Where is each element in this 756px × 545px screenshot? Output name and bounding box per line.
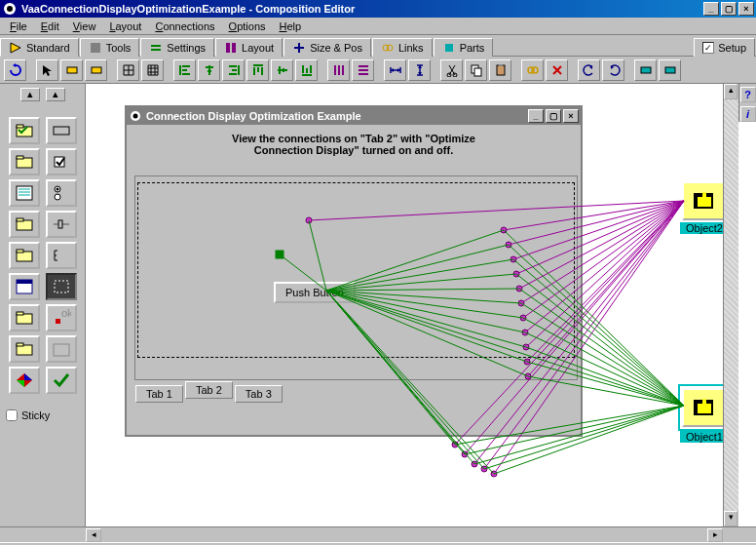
menu-layout[interactable]: Layout bbox=[103, 19, 147, 33]
setup-checkbox[interactable]: ✓ bbox=[702, 42, 714, 54]
svg-rect-44 bbox=[17, 280, 32, 284]
palette-folder-4[interactable] bbox=[9, 242, 40, 269]
palette-ok[interactable]: ok bbox=[46, 304, 77, 331]
svg-rect-3 bbox=[91, 43, 100, 53]
scroll-down-button[interactable]: ▾ bbox=[724, 511, 737, 526]
tab-settings[interactable]: Settings bbox=[140, 38, 214, 57]
design-tab-3[interactable]: Tab 3 bbox=[235, 385, 283, 403]
design-minimize-button[interactable]: _ bbox=[528, 109, 544, 123]
menu-connections[interactable]: Connections bbox=[149, 19, 220, 33]
menu-file[interactable]: File bbox=[4, 19, 33, 33]
palette-radio[interactable] bbox=[46, 179, 77, 207]
title-bar: VaaConnectionDisplayOptimizationExample … bbox=[0, 0, 756, 18]
sticky-checkbox[interactable] bbox=[6, 409, 18, 421]
design-maximize-button[interactable]: ▢ bbox=[546, 109, 561, 123]
pointer-button[interactable] bbox=[36, 59, 58, 81]
menu-help[interactable]: Help bbox=[274, 19, 308, 33]
size-v-button[interactable] bbox=[408, 59, 431, 81]
link-button[interactable] bbox=[521, 59, 544, 81]
palette-folder-2[interactable] bbox=[9, 148, 40, 175]
palette-slider[interactable] bbox=[46, 211, 77, 238]
distribute-h-button[interactable] bbox=[327, 59, 350, 81]
palette-folder-5[interactable] bbox=[9, 304, 40, 331]
palette-scroll-up-left[interactable]: ▴ bbox=[20, 88, 40, 101]
app-icon bbox=[2, 1, 18, 17]
align-right-button[interactable] bbox=[222, 59, 245, 81]
palette-folder-6[interactable] bbox=[9, 335, 40, 363]
palette-check-green[interactable] bbox=[46, 367, 77, 394]
push-button[interactable]: Push Button bbox=[274, 282, 356, 303]
align-left-button[interactable] bbox=[173, 59, 196, 81]
palette-scale[interactable] bbox=[46, 242, 77, 269]
part-button-2[interactable] bbox=[659, 59, 681, 81]
tab-standard[interactable]: Standard bbox=[0, 38, 79, 57]
menu-view[interactable]: View bbox=[67, 19, 102, 33]
tab-label: Standard bbox=[26, 42, 70, 54]
copy-button[interactable] bbox=[465, 59, 487, 81]
svg-rect-10 bbox=[445, 44, 453, 52]
palette-selection[interactable] bbox=[46, 273, 77, 300]
tab-layout[interactable]: Layout bbox=[215, 38, 283, 57]
redo-button[interactable] bbox=[602, 59, 624, 81]
palette-color[interactable] bbox=[9, 367, 40, 394]
cut-button[interactable] bbox=[440, 59, 463, 81]
tab-links[interactable]: Links bbox=[372, 38, 433, 57]
horizontal-scrollbar[interactable]: ◂ ▸ bbox=[0, 526, 756, 542]
vertical-scrollbar[interactable]: ▴ ▾ bbox=[723, 84, 738, 526]
canvas[interactable]: ? i Connection Display Optimization Exam… bbox=[86, 84, 756, 526]
refresh-button[interactable] bbox=[4, 59, 26, 81]
palette-folder-3[interactable] bbox=[9, 211, 40, 238]
design-tab-1[interactable]: Tab 1 bbox=[135, 385, 183, 403]
part-button-1[interactable] bbox=[634, 59, 657, 81]
close-button[interactable]: × bbox=[738, 2, 754, 16]
minimize-button[interactable]: _ bbox=[703, 2, 719, 16]
tab-tools[interactable]: Tools bbox=[80, 38, 140, 57]
tab-sizepos[interactable]: Size & Pos bbox=[284, 38, 371, 57]
design-window-body: View the connections on "Tab 2" with "Op… bbox=[127, 125, 581, 164]
object-1[interactable] bbox=[682, 388, 725, 427]
help-button[interactable]: ? bbox=[740, 87, 756, 102]
menu-options[interactable]: Options bbox=[223, 19, 272, 33]
paste-button[interactable] bbox=[489, 59, 511, 81]
scroll-right-button[interactable]: ▸ bbox=[707, 528, 723, 542]
align-bottom-button[interactable] bbox=[295, 59, 318, 81]
object-2[interactable] bbox=[682, 181, 725, 220]
size-h-button[interactable] bbox=[384, 59, 406, 81]
tab-label: Parts bbox=[460, 42, 485, 54]
palette-folder-1[interactable] bbox=[9, 117, 40, 144]
svg-rect-35 bbox=[17, 186, 32, 200]
delete-button[interactable] bbox=[546, 59, 568, 81]
grid-button-1[interactable] bbox=[117, 59, 139, 81]
tab-parts[interactable]: Parts bbox=[434, 38, 494, 57]
menu-bar: File Edit View Layout Connections Option… bbox=[0, 18, 756, 35]
align-top-button[interactable] bbox=[246, 59, 269, 81]
design-close-button[interactable]: × bbox=[563, 109, 579, 123]
tool-button-1[interactable] bbox=[60, 59, 83, 81]
tool-button-2[interactable] bbox=[85, 59, 107, 81]
menu-edit[interactable]: Edit bbox=[35, 19, 65, 33]
tab-label: Layout bbox=[242, 42, 274, 54]
align-center-h-button[interactable] bbox=[198, 59, 220, 81]
svg-rect-32 bbox=[17, 125, 23, 128]
svg-text:ok: ok bbox=[61, 309, 71, 319]
palette-button[interactable] bbox=[46, 117, 77, 144]
design-tab-2[interactable]: Tab 2 bbox=[185, 381, 233, 399]
svg-rect-48 bbox=[17, 343, 23, 346]
palette-checkbox[interactable] bbox=[46, 148, 77, 175]
svg-point-26 bbox=[532, 67, 538, 73]
palette-group[interactable] bbox=[46, 335, 77, 363]
grid-button-2[interactable] bbox=[141, 59, 164, 81]
info-button[interactable]: i bbox=[740, 106, 756, 122]
maximize-button[interactable]: ▢ bbox=[721, 2, 737, 16]
scroll-left-button[interactable]: ◂ bbox=[86, 528, 101, 542]
tab-setup[interactable]: ✓ Setup bbox=[694, 38, 755, 57]
design-tab-panel[interactable]: Push Button Tab 1 Tab 2 Tab 3 bbox=[134, 175, 578, 380]
palette-form[interactable] bbox=[9, 273, 40, 300]
distribute-v-button[interactable] bbox=[352, 59, 374, 81]
toolbar bbox=[0, 57, 756, 84]
scroll-up-button[interactable]: ▴ bbox=[724, 84, 737, 99]
undo-button[interactable] bbox=[578, 59, 600, 81]
palette-scroll-up-right[interactable]: ▴ bbox=[46, 88, 65, 101]
palette-list[interactable] bbox=[9, 179, 40, 207]
align-middle-button[interactable] bbox=[271, 59, 293, 81]
